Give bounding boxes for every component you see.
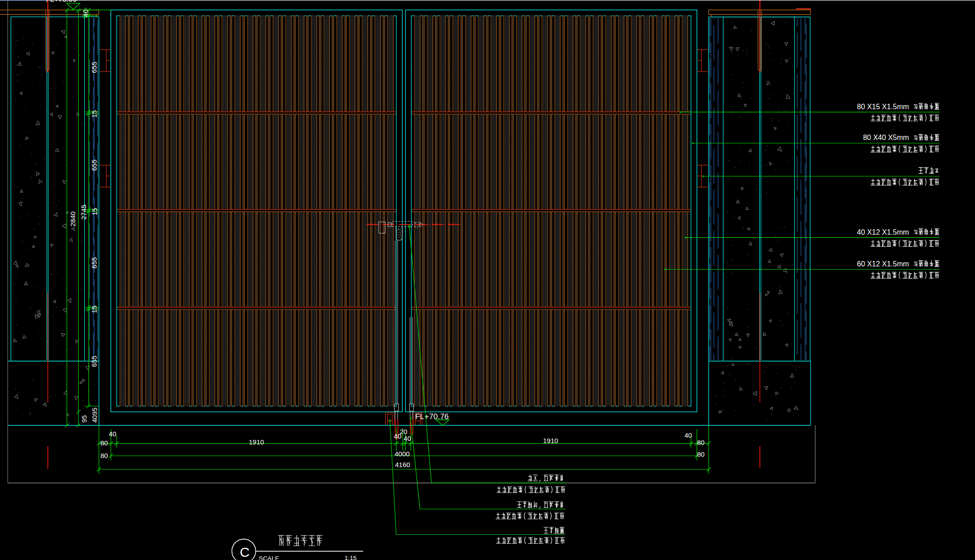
svg-text:1910: 1910 bbox=[543, 437, 558, 444]
svg-text:40: 40 bbox=[404, 434, 412, 442]
svg-text:40: 40 bbox=[109, 430, 116, 438]
svg-text:655: 655 bbox=[91, 257, 98, 269]
svg-text:15: 15 bbox=[91, 208, 98, 216]
svg-text:95: 95 bbox=[80, 415, 88, 423]
svg-text:2745: 2745 bbox=[80, 205, 87, 220]
svg-text:1:15: 1:15 bbox=[344, 555, 357, 560]
svg-text:655: 655 bbox=[91, 159, 98, 171]
svg-text:SCALE: SCALE bbox=[259, 555, 279, 560]
svg-text:80: 80 bbox=[101, 452, 108, 459]
svg-text:80: 80 bbox=[101, 439, 108, 447]
svg-text:FL+70.76: FL+70.76 bbox=[415, 412, 449, 421]
svg-text:40 X12 X1.5mm: 40 X12 X1.5mm bbox=[857, 228, 909, 236]
svg-text:655: 655 bbox=[91, 356, 98, 367]
svg-text:2840: 2840 bbox=[69, 212, 77, 227]
svg-text:15: 15 bbox=[91, 305, 98, 313]
svg-text:1910: 1910 bbox=[249, 438, 264, 446]
svg-text:80 X15 X1.5mm: 80 X15 X1.5mm bbox=[857, 103, 909, 111]
svg-text:655: 655 bbox=[91, 62, 98, 73]
svg-text:4000: 4000 bbox=[395, 450, 410, 458]
svg-text:C: C bbox=[240, 545, 250, 560]
svg-text:4160: 4160 bbox=[395, 461, 410, 468]
svg-text:80: 80 bbox=[697, 450, 705, 458]
svg-text:15: 15 bbox=[91, 110, 98, 118]
svg-text:60 X12 X1.5mm: 60 X12 X1.5mm bbox=[857, 260, 909, 268]
svg-text:40: 40 bbox=[684, 431, 692, 439]
svg-text:40: 40 bbox=[394, 432, 402, 440]
svg-text:80 X40 X5mm: 80 X40 X5mm bbox=[863, 134, 909, 141]
svg-text:40: 40 bbox=[82, 10, 89, 17]
svg-text:4095: 4095 bbox=[91, 408, 98, 423]
svg-text:80: 80 bbox=[697, 439, 705, 446]
